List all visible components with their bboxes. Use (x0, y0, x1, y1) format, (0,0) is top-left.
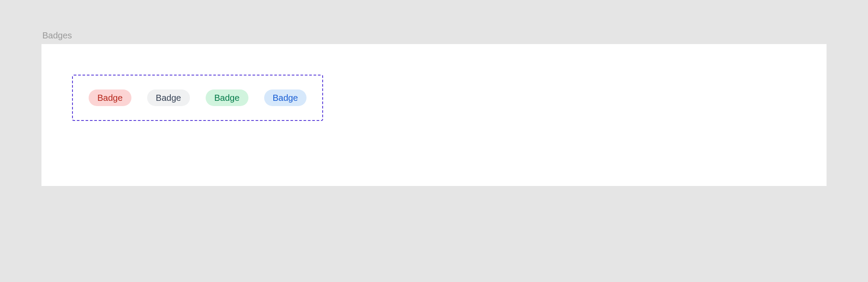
selection-bounding-box[interactable]: Badge Badge Badge Badge (72, 75, 323, 121)
badge-red[interactable]: Badge (89, 89, 131, 106)
badge-gray[interactable]: Badge (147, 89, 190, 106)
design-canvas[interactable]: Badge Badge Badge Badge (41, 44, 827, 186)
badge-blue[interactable]: Badge (264, 89, 307, 106)
section-title: Badges (41, 31, 827, 41)
badge-green[interactable]: Badge (206, 89, 248, 106)
